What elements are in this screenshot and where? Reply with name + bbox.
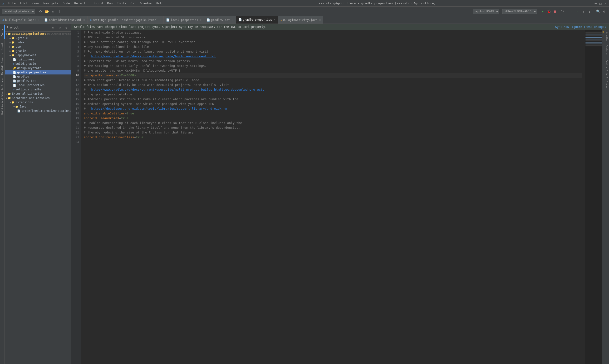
- tree-app-folder[interactable]: ▶ 📁 app: [5, 44, 71, 49]
- tab-android-manifest[interactable]: 📄 AndroidManifest.xml ✕: [42, 16, 87, 24]
- tree-gradlew-bat[interactable]: 📄 gradlew.bat: [5, 79, 71, 83]
- menu-build[interactable]: Build: [91, 1, 105, 5]
- menu-code[interactable]: Code: [61, 1, 72, 5]
- menu-tools[interactable]: Tools: [115, 1, 128, 5]
- stop-button[interactable]: ⏹: [552, 9, 558, 14]
- tree-happyharvest-folder[interactable]: ▶ 📁 HappyHarvest: [5, 53, 71, 57]
- git-update-icon[interactable]: ↓: [587, 9, 592, 14]
- tree-expand-all[interactable]: ⊞: [50, 25, 56, 30]
- tree-predefined-annotations[interactable]: 📄 predefinedExternalAnnotations.json: [5, 109, 71, 113]
- code-line-2: # IDE (e.g. Android Studio) users:: [84, 35, 582, 40]
- tab-build-gradle-app[interactable]: ⚙ build.gradle (app) ✕: [0, 16, 42, 24]
- settings-button[interactable]: ⚙: [601, 9, 607, 14]
- tree-settings-gradle[interactable]: ⚙ settings.gradle: [5, 87, 71, 91]
- tab-close-qq-login[interactable]: ✕: [319, 19, 321, 21]
- git-pull-icon[interactable]: ↑: [581, 9, 586, 14]
- tab-gradlew-bat[interactable]: 📄 gradlew.bat ✕: [204, 16, 236, 24]
- tree-idea-folder[interactable]: ▶ 📁 .idea: [5, 40, 71, 44]
- code-line-9: # org.gradle.jvmargs=-Xmx2048m -Dfile.en…: [84, 68, 582, 73]
- gutter-warning: [603, 31, 604, 33]
- app-icon: ⚙: [2, 1, 4, 5]
- menu-git[interactable]: Git: [129, 1, 138, 5]
- tab-close-build-gradle-app[interactable]: ✕: [38, 19, 39, 21]
- tab-close-settings[interactable]: ✕: [160, 19, 161, 21]
- gitignore-icon: 📄: [13, 58, 16, 61]
- tree-build-gradle[interactable]: ⚙ build.gradle: [5, 62, 71, 66]
- sidebar-resource-manager-btn[interactable]: Resource Manager: [0, 69, 5, 83]
- device-file-explorer-btn[interactable]: Device File Explorer: [605, 58, 608, 90]
- minimize-button[interactable]: ─: [594, 1, 597, 5]
- tab-local-properties[interactable]: 📄 local.properties ✕: [164, 16, 204, 24]
- code-line-11: # When configured, Gradle will run in in…: [84, 78, 582, 83]
- tree-gradle-deps-folder[interactable]: ▶ 📁 gradle: [5, 49, 71, 53]
- menu-refactor[interactable]: Refactor: [72, 1, 91, 5]
- git-push-icon[interactable]: ✓: [574, 9, 580, 14]
- tab-qq-login[interactable]: ☕ QQLoginActivity.java ✕: [278, 16, 323, 24]
- sidebar-structure-btn[interactable]: Structure: [0, 84, 5, 98]
- gradle-props-tree-icon: 📄: [13, 71, 16, 74]
- local-props-icon: 📄: [13, 84, 16, 87]
- tab-close-manifest[interactable]: ✕: [83, 19, 85, 21]
- menu-view[interactable]: View: [30, 1, 41, 5]
- menu-navigate[interactable]: Navigate: [41, 1, 60, 5]
- debug-button[interactable]: 🐞: [546, 9, 552, 14]
- run-config-selector[interactable]: HUAWEI BMH-AN10: [502, 9, 537, 14]
- ignore-link[interactable]: Ignore these changes: [572, 25, 606, 28]
- sidebar-project-btn[interactable]: Project: [0, 25, 5, 39]
- tab-close-gradle-props[interactable]: ✕: [274, 18, 275, 21]
- multi-project-link[interactable]: http://www.gradle.org/docs/current/userg…: [91, 87, 264, 92]
- tab-close-gradlew-bat[interactable]: ✕: [232, 19, 233, 21]
- xml-icon: 📄: [44, 18, 48, 22]
- code-line-24: [84, 140, 582, 144]
- sync-now-link[interactable]: Sync Now: [555, 25, 569, 28]
- gradle-panel-btn[interactable]: Gradle: [605, 30, 608, 43]
- app-folder-icon: 📁: [12, 45, 15, 48]
- code-content[interactable]: # Project-wide Gradle settings. # IDE (e…: [81, 30, 585, 364]
- menu-edit[interactable]: Edit: [18, 1, 29, 5]
- tree-collapse-all[interactable]: ⊟: [57, 25, 63, 30]
- tree-debug-keystore[interactable]: 🔑 debug.keystore: [5, 66, 71, 70]
- folder-icon: 📁: [12, 37, 15, 40]
- tree-external-libraries[interactable]: ▶ 📁 External Libraries: [5, 91, 71, 96]
- hh-folder-icon: 📁: [12, 54, 15, 57]
- maximize-button[interactable]: □: [598, 1, 602, 5]
- tree-extensions[interactable]: ▼ 📁 Extensions: [5, 100, 71, 104]
- toolbar: assistingAgriculture ⟳ 📂 ⚙ ⋮ appInHUAWEI…: [0, 7, 609, 16]
- device-selector[interactable]: appInHUAWEI: [473, 9, 499, 14]
- emulator-panel-btn[interactable]: Emulator: [605, 43, 608, 58]
- tree-gradle-folder[interactable]: ▶ 📁 .gradle: [5, 36, 71, 40]
- chevron-right-icon-app: ▶: [10, 45, 11, 48]
- menu-file[interactable]: File: [6, 1, 17, 5]
- sidebar-build-variants-btn[interactable]: Build Variants: [0, 99, 5, 113]
- git-commit-icon[interactable]: ✓: [568, 9, 574, 14]
- project-selector[interactable]: assistingAgriculture: [2, 9, 35, 14]
- gradle-docs-link[interactable]: http://www.gradle.org/docs/current/userg…: [91, 54, 216, 59]
- tree-gradle-properties[interactable]: 📄 gradle.properties: [5, 70, 71, 75]
- tab-settings-gradle[interactable]: ⚙ settings.gradle (assistingAgriculture)…: [88, 16, 164, 24]
- tree-settings[interactable]: ⚙: [64, 25, 69, 30]
- tree-project-root[interactable]: ▼ 📁 assistingAgriculture D:\AndroidProje…: [5, 32, 71, 36]
- left-sidebar-icons: Project Commit Pull Requests Resource Ma…: [0, 24, 5, 364]
- menu-window[interactable]: Window: [138, 1, 154, 5]
- menu-help[interactable]: Help: [154, 1, 165, 5]
- close-button[interactable]: ✕: [603, 1, 607, 5]
- open-button[interactable]: 📂: [44, 9, 50, 14]
- code-editor: 1 2 3 4 5 6 7 8 9 10 11 12 13 14 15 16 1…: [71, 30, 609, 364]
- tree-gitignore[interactable]: 📄 .gitignore: [5, 57, 71, 62]
- tree-scratches[interactable]: ▼ 📁 Scratches and Consoles: [5, 96, 71, 100]
- scratches-icon: 📁: [8, 97, 11, 100]
- more-button[interactable]: ⋮: [56, 9, 62, 14]
- config-button[interactable]: ⚙: [50, 9, 56, 14]
- sidebar-commit-btn[interactable]: Commit: [0, 39, 5, 54]
- gradle-icon: ⚙: [2, 18, 4, 22]
- menu-run[interactable]: Run: [105, 1, 115, 5]
- androidx-link[interactable]: https://developer.android.com/topic/libr…: [91, 106, 227, 111]
- tree-java-ext[interactable]: ▼ 📁 Java: [5, 104, 71, 109]
- tab-close-local-props[interactable]: ✕: [200, 19, 202, 21]
- build-run-button[interactable]: ▶: [540, 9, 545, 14]
- tree-gradlew[interactable]: 📄 gradlew: [5, 75, 71, 79]
- tab-gradle-properties[interactable]: 📄 gradle.properties ✕: [236, 16, 278, 24]
- tree-local-properties[interactable]: 📄 local.properties: [5, 83, 71, 87]
- sync-button[interactable]: ⟳: [38, 9, 43, 14]
- search-button[interactable]: 🔍: [595, 9, 601, 14]
